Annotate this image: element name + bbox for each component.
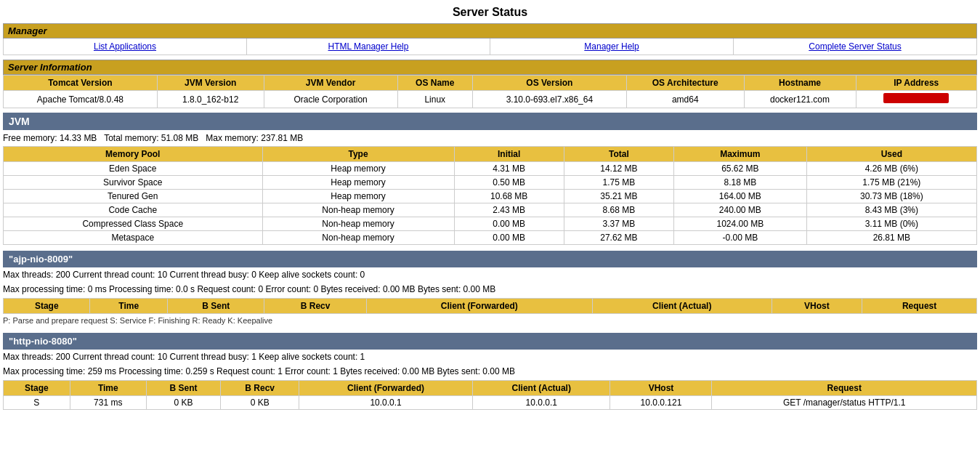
thread-time: 731 ms [70,396,146,410]
ip-redacted [883,93,949,103]
pool-used: 4.26 MB (6%) [806,162,976,176]
mem-col-initial: Initial [454,147,564,162]
ajp-stats-line1: Max threads: 200 Current thread count: 1… [3,267,977,282]
http-col-stage: Stage [4,381,70,396]
col-jvm-vendor: JVM Vendor [264,76,397,91]
col-jvm-version: JVM Version [157,76,264,91]
pool-total: 3.37 MB [564,217,673,231]
ajp-thread-table: Stage Time B Sent B Recv Client (Forward… [3,298,977,314]
html-manager-help-link[interactable]: HTML Manager Help [247,39,490,55]
memory-pool-row: Tenured Gen Heap memory 10.68 MB 35.21 M… [4,190,977,203]
pool-initial: 0.50 MB [454,176,564,190]
pool-initial: 0.00 MB [454,231,564,245]
page-title: Server Status [3,0,977,23]
memory-pool-row: Code Cache Non-heap memory 2.43 MB 8.68 … [4,203,977,217]
manager-section-header: Manager [3,23,977,39]
os-name-value: Linux [397,91,472,108]
mem-col-type: Type [262,147,454,162]
manager-nav: List Applications HTML Manager Help Mana… [3,39,977,55]
max-memory-label: Max memory: 237.81 MB [206,133,303,143]
http-col-request: Request [712,381,977,396]
memory-pool-row: Survivor Space Heap memory 0.50 MB 1.75 … [4,176,977,190]
col-os-version: OS Version [472,76,626,91]
complete-server-status-link[interactable]: Complete Server Status [734,39,976,55]
ajp-col-time: Time [90,299,168,314]
col-os-arch: OS Architecture [626,76,744,91]
tomcat-version-value: Apache Tomcat/8.0.48 [4,91,158,108]
pool-type: Non-heap memory [262,203,454,217]
ajp-connector-header: "ajp-nio-8009" [3,251,977,267]
thread-bsent: 0 KB [146,396,220,410]
pool-name: Tenured Gen [4,190,263,203]
memory-pool-row: Metaspace Non-heap memory 0.00 MB 27.62 … [4,231,977,245]
pool-used: 1.75 MB (21%) [806,176,976,190]
ajp-col-request: Request [862,299,977,314]
pool-used: 26.81 MB [806,231,976,245]
ip-address-value [856,91,976,108]
http-thread-table: Stage Time B Sent B Recv Client (Forward… [3,380,977,410]
pool-name: Survivor Space [4,176,263,190]
pool-initial: 4.31 MB [454,162,564,176]
server-info-row: Apache Tomcat/8.0.48 1.8.0_162-b12 Oracl… [4,91,977,108]
http-thread-row: S 731 ms 0 KB 0 KB 10.0.0.1 10.0.0.1 10.… [4,396,977,410]
pool-initial: 10.68 MB [454,190,564,203]
ajp-col-vhost: VHost [772,299,862,314]
memory-summary: Free memory: 14.33 MB Total memory: 51.0… [3,130,977,146]
pool-max: 1024.00 MB [674,217,807,231]
total-memory-label: Total memory: 51.08 MB [104,133,198,143]
ajp-col-bsent: B Sent [168,299,264,314]
pool-type: Non-heap memory [262,231,454,245]
pool-used: 3.11 MB (0%) [806,217,976,231]
pool-type: Heap memory [262,176,454,190]
pool-type: Heap memory [262,162,454,176]
manager-help-link[interactable]: Manager Help [490,39,734,55]
mem-col-used: Used [806,147,976,162]
http-col-client-act: Client (Actual) [473,381,610,396]
col-tomcat-version: Tomcat Version [4,76,158,91]
thread-client-act: 10.0.0.1 [473,396,610,410]
pool-total: 27.62 MB [564,231,673,245]
free-memory-label: Free memory: 14.33 MB [3,133,97,143]
http-connector-header: "http-nio-8080" [3,333,977,350]
ajp-col-stage: Stage [4,299,90,314]
pool-total: 1.75 MB [564,176,673,190]
pool-used: 30.73 MB (18%) [806,190,976,203]
jvm-vendor-value: Oracle Corporation [264,91,397,108]
http-col-time: Time [70,381,146,396]
pool-max: 164.00 MB [674,190,807,203]
mem-col-pool: Memory Pool [4,147,263,162]
pool-initial: 0.00 MB [454,217,564,231]
list-applications-link[interactable]: List Applications [4,39,247,55]
memory-pool-row: Eden Space Heap memory 4.31 MB 14.12 MB … [4,162,977,176]
mem-col-maximum: Maximum [674,147,807,162]
http-col-brecv: B Recv [221,381,299,396]
ajp-col-client-fwd: Client (Forwarded) [366,299,592,314]
pool-type: Non-heap memory [262,217,454,231]
jvm-section-header: JVM [3,113,977,130]
server-info-section-header: Server Information [3,60,977,75]
http-stats-line2: Max processing time: 259 ms Processing t… [3,364,977,379]
pool-initial: 2.43 MB [454,203,564,217]
ajp-legend: P: Parse and prepare request S: Service … [3,314,977,327]
pool-max: -0.00 MB [674,231,807,245]
pool-max: 8.18 MB [674,176,807,190]
thread-request: GET /manager/status HTTP/1.1 [712,396,977,410]
pool-name: Code Cache [4,203,263,217]
http-stats-line1: Max threads: 200 Current thread count: 1… [3,350,977,364]
os-arch-value: amd64 [626,91,744,108]
mem-col-total: Total [564,147,673,162]
pool-used: 8.43 MB (3%) [806,203,976,217]
http-col-bsent: B Sent [146,381,220,396]
pool-total: 35.21 MB [564,190,673,203]
col-os-name: OS Name [397,76,472,91]
col-ip-address: IP Address [856,76,976,91]
pool-total: 14.12 MB [564,162,673,176]
pool-type: Heap memory [262,190,454,203]
pool-name: Compressed Class Space [4,217,263,231]
http-col-vhost: VHost [610,381,712,396]
pool-name: Eden Space [4,162,263,176]
os-version-value: 3.10.0-693.el7.x86_64 [472,91,626,108]
pool-max: 65.62 MB [674,162,807,176]
pool-max: 240.00 MB [674,203,807,217]
thread-vhost: 10.0.0.121 [610,396,712,410]
